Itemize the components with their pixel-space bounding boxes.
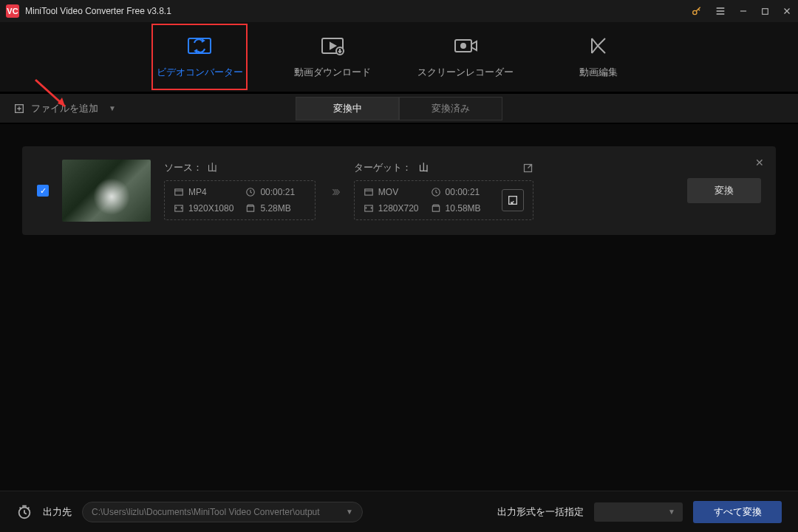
expand-icon — [507, 194, 519, 206]
add-file-button[interactable]: ファイルを追加 ▼ — [0, 102, 129, 115]
target-resolution: 1280X720 — [378, 203, 419, 214]
recorder-icon — [453, 35, 478, 57]
editor-icon — [587, 35, 610, 57]
converter-icon — [187, 35, 212, 57]
convert-all-button[interactable]: すべて変換 — [693, 501, 782, 523]
output-label: 出力先 — [43, 505, 72, 519]
resolution-icon — [364, 203, 374, 214]
minimize-icon[interactable] — [738, 6, 748, 16]
size-icon — [245, 203, 256, 214]
titlebar: VC MiniTool Video Converter Free v3.8.1 — [0, 0, 798, 22]
tab-video-editor[interactable]: 動画編集 — [550, 24, 647, 90]
source-info: ソース： 山 MP4 00:00:21 1920X1080 5.28MB — [164, 161, 316, 220]
batch-format-select[interactable]: ▼ — [594, 502, 683, 522]
source-name: 山 — [208, 162, 217, 173]
convert-button[interactable]: 変換 — [687, 178, 761, 203]
source-label: ソース： — [164, 162, 202, 173]
tab-label: 動画編集 — [579, 66, 618, 79]
clock-icon — [431, 187, 441, 197]
target-format: MOV — [378, 187, 398, 197]
source-resolution: 1920X1080 — [188, 203, 233, 214]
source-format: MP4 — [188, 187, 207, 197]
app-logo: VC — [6, 4, 19, 18]
key-icon[interactable] — [691, 5, 703, 17]
target-size: 10.58MB — [446, 203, 481, 214]
add-file-icon — [13, 103, 25, 115]
svg-rect-2 — [188, 38, 211, 53]
target-duration: 00:00:21 — [446, 187, 480, 197]
target-name: 山 — [419, 161, 429, 174]
clock-icon — [245, 187, 256, 197]
size-icon — [431, 203, 441, 214]
format-icon — [174, 187, 184, 197]
main-tabs: ビデオコンバーター 動画ダウンロード スクリーンレコーダー 動画編集 — [0, 22, 798, 93]
source-size: 5.28MB — [260, 203, 290, 214]
target-settings-button[interactable] — [502, 189, 524, 211]
remove-item-button[interactable]: ✕ — [755, 157, 764, 168]
output-path-text: C:\Users\lizlu\Documents\MiniTool Video … — [92, 507, 320, 517]
tab-screen-recorder[interactable]: スクリーンレコーダー — [417, 24, 514, 90]
subtab-converting[interactable]: 変換中 — [296, 97, 399, 120]
tab-label: スクリーンレコーダー — [417, 66, 514, 79]
tab-video-download[interactable]: 動画ダウンロード — [284, 24, 381, 90]
svg-rect-15 — [509, 197, 517, 205]
chevron-down-icon: ▼ — [109, 104, 116, 112]
item-checkbox[interactable]: ✓ — [37, 185, 49, 197]
svg-point-6 — [461, 44, 466, 48]
chevron-down-icon: ▼ — [346, 508, 353, 516]
svg-rect-12 — [365, 189, 373, 195]
target-info: ターゲット： 山 MOV 00:00:21 1280X720 10.58MB — [354, 161, 533, 220]
tab-video-converter[interactable]: ビデオコンバーター — [151, 24, 248, 90]
file-item: ✓ ソース： 山 MP4 00:00:21 1920X1080 5.28MB ›… — [22, 146, 776, 235]
subbar: ファイルを追加 ▼ 変換中 変換済み — [0, 93, 798, 124]
schedule-icon[interactable] — [16, 504, 33, 520]
output-path-select[interactable]: C:\Users\lizlu\Documents\MiniTool Video … — [82, 502, 363, 522]
batch-format-label: 出力形式を一括指定 — [497, 505, 584, 519]
resolution-icon — [174, 203, 184, 214]
menu-icon[interactable] — [715, 5, 726, 17]
maximize-icon[interactable] — [760, 7, 770, 16]
edit-target-icon[interactable] — [522, 163, 533, 174]
tab-label: 動画ダウンロード — [294, 66, 371, 79]
arrow-chevrons-icon: ››› — [329, 183, 341, 200]
add-file-label: ファイルを追加 — [31, 102, 98, 115]
chevron-down-icon: ▼ — [668, 508, 675, 516]
video-thumbnail[interactable] — [62, 160, 151, 222]
subtab-done[interactable]: 変換済み — [399, 97, 502, 120]
format-icon — [364, 187, 374, 197]
svg-rect-1 — [763, 8, 768, 14]
source-duration: 00:00:21 — [260, 187, 295, 197]
svg-rect-8 — [175, 189, 183, 195]
tab-label: ビデオコンバーター — [157, 66, 243, 79]
bottombar: 出力先 C:\Users\lizlu\Documents\MiniTool Vi… — [0, 491, 798, 532]
app-title: MiniTool Video Converter Free v3.8.1 — [25, 6, 691, 16]
file-list: ✓ ソース： 山 MP4 00:00:21 1920X1080 5.28MB ›… — [0, 124, 798, 257]
download-icon — [320, 35, 345, 57]
target-label: ターゲット： — [354, 161, 412, 174]
close-icon[interactable] — [782, 6, 792, 16]
